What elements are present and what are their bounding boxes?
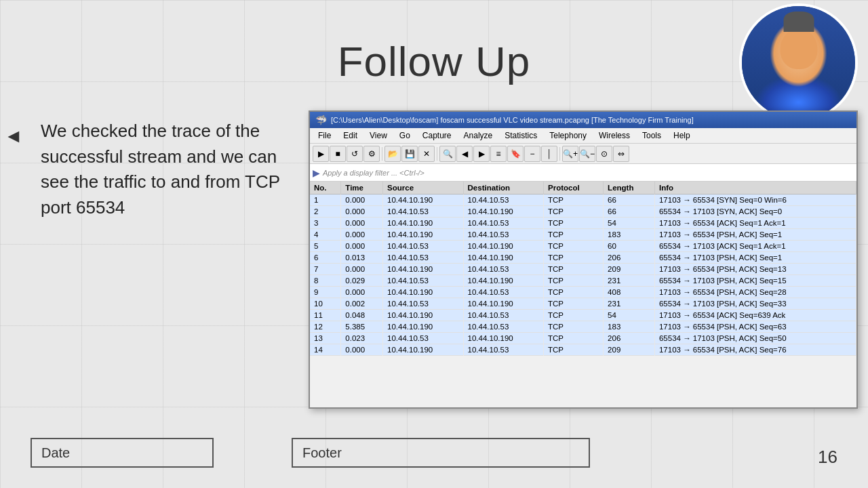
- tb-start[interactable]: ▶: [313, 146, 329, 162]
- cell-info: 17103 → 65534 [ACK] Seq=1 Ack=1: [654, 218, 856, 229]
- tb-next[interactable]: ▶: [473, 146, 490, 162]
- menu-statistics[interactable]: Statistics: [499, 129, 542, 142]
- cell-dst: 10.44.10.53: [463, 218, 543, 229]
- tb-sep1: [382, 147, 382, 161]
- cell-info: 17103 → 65534 [PSH, ACK] Seq=1: [654, 229, 856, 241]
- table-row[interactable]: 11 0.048 10.44.10.190 10.44.10.53 TCP 54…: [310, 310, 856, 321]
- table-row[interactable]: 6 0.013 10.44.10.53 10.44.10.190 TCP 206…: [310, 252, 856, 264]
- tb-unmark[interactable]: −: [524, 146, 540, 162]
- cell-proto: TCP: [543, 310, 603, 321]
- cell-proto: TCP: [543, 206, 603, 218]
- cell-proto: TCP: [543, 344, 603, 356]
- tb-resize[interactable]: ⇔: [613, 146, 629, 162]
- menu-wireless[interactable]: Wireless: [593, 129, 635, 142]
- cell-no: 7: [310, 264, 341, 275]
- cell-src: 10.44.10.190: [383, 218, 463, 229]
- table-row[interactable]: 1 0.000 10.44.10.190 10.44.10.53 TCP 66 …: [310, 195, 856, 206]
- footer-footer-label: Footer: [302, 445, 342, 461]
- tb-search[interactable]: 🔍: [439, 146, 456, 162]
- table-row[interactable]: 10 0.002 10.44.10.53 10.44.10.190 TCP 23…: [310, 298, 856, 310]
- col-destination: Destination: [463, 182, 543, 195]
- cell-len: 54: [604, 218, 655, 229]
- tb-save[interactable]: 💾: [401, 146, 418, 162]
- menu-file[interactable]: File: [313, 129, 336, 142]
- cell-proto: TCP: [543, 229, 603, 241]
- cell-no: 4: [310, 229, 341, 241]
- cell-proto: TCP: [543, 218, 603, 229]
- cell-dst: 10.44.10.190: [463, 252, 543, 264]
- tb-capture-opts[interactable]: ⚙: [363, 146, 380, 162]
- cell-dst: 10.44.10.53: [463, 229, 543, 241]
- col-info: Info: [654, 182, 856, 195]
- cell-time: 0.048: [341, 310, 383, 321]
- slide-title: Follow Up: [0, 37, 868, 85]
- packet-list: No. Time Source Destination Protocol Len…: [310, 182, 856, 407]
- tb-col[interactable]: │: [541, 146, 557, 162]
- table-row[interactable]: 2 0.000 10.44.10.53 10.44.10.190 TCP 66 …: [310, 206, 856, 218]
- tb-open[interactable]: 📂: [384, 146, 401, 162]
- menu-view[interactable]: View: [364, 129, 393, 142]
- cell-time: 0.000: [341, 206, 383, 218]
- cell-dst: 10.44.10.53: [463, 195, 543, 206]
- cell-src: 10.44.10.53: [383, 275, 463, 287]
- wireshark-filterbar: ▶ Apply a display filter ... <Ctrl-/>: [310, 164, 856, 182]
- tb-zoom-reset[interactable]: ⊙: [596, 146, 612, 162]
- cell-src: 10.44.10.190: [383, 195, 463, 206]
- table-row[interactable]: 4 0.000 10.44.10.190 10.44.10.53 TCP 183…: [310, 229, 856, 241]
- cell-no: 14: [310, 344, 341, 356]
- tb-zoom-in[interactable]: 🔍+: [562, 146, 578, 162]
- cell-info: 65534 → 17103 [PSH, ACK] Seq=33: [654, 298, 856, 310]
- cell-proto: TCP: [543, 321, 603, 333]
- table-row[interactable]: 14 0.000 10.44.10.190 10.44.10.53 TCP 20…: [310, 344, 856, 356]
- cell-len: 231: [604, 275, 655, 287]
- cell-time: 0.002: [341, 298, 383, 310]
- cell-no: 3: [310, 218, 341, 229]
- menu-tools[interactable]: Tools: [637, 129, 667, 142]
- cell-len: 209: [604, 344, 655, 356]
- table-row[interactable]: 5 0.000 10.44.10.53 10.44.10.190 TCP 60 …: [310, 241, 856, 252]
- table-row[interactable]: 7 0.000 10.44.10.190 10.44.10.53 TCP 209…: [310, 264, 856, 275]
- cell-no: 6: [310, 252, 341, 264]
- menu-go[interactable]: Go: [394, 129, 416, 142]
- cursor-arrow: ◄: [4, 125, 23, 147]
- cell-time: 0.029: [341, 275, 383, 287]
- cell-dst: 10.44.10.53: [463, 310, 543, 321]
- col-source: Source: [383, 182, 463, 195]
- cell-src: 10.44.10.53: [383, 333, 463, 344]
- cell-time: 0.000: [341, 195, 383, 206]
- table-row[interactable]: 13 0.023 10.44.10.53 10.44.10.190 TCP 20…: [310, 333, 856, 344]
- filter-input[interactable]: Apply a display filter ... <Ctrl-/>: [323, 169, 854, 177]
- col-length: Length: [604, 182, 655, 195]
- tb-stop[interactable]: ■: [330, 146, 346, 162]
- cell-len: 183: [604, 321, 655, 333]
- menu-telephony[interactable]: Telephony: [544, 129, 592, 142]
- table-row[interactable]: 9 0.000 10.44.10.190 10.44.10.53 TCP 408…: [310, 287, 856, 298]
- cell-len: 66: [604, 195, 655, 206]
- col-no: No.: [310, 182, 341, 195]
- tb-list[interactable]: ≡: [490, 146, 507, 162]
- table-header-row: No. Time Source Destination Protocol Len…: [310, 182, 856, 195]
- tb-prev[interactable]: ◀: [456, 146, 473, 162]
- cell-time: 0.000: [341, 287, 383, 298]
- cell-no: 2: [310, 206, 341, 218]
- menu-capture[interactable]: Capture: [417, 129, 457, 142]
- packet-table: No. Time Source Destination Protocol Len…: [310, 182, 856, 356]
- table-row[interactable]: 3 0.000 10.44.10.190 10.44.10.53 TCP 54 …: [310, 218, 856, 229]
- table-row[interactable]: 12 5.385 10.44.10.190 10.44.10.53 TCP 18…: [310, 321, 856, 333]
- menu-edit[interactable]: Edit: [338, 129, 363, 142]
- tb-close[interactable]: ✕: [418, 146, 435, 162]
- cell-no: 10: [310, 298, 341, 310]
- cell-len: 408: [604, 287, 655, 298]
- menu-help[interactable]: Help: [668, 129, 696, 142]
- tb-mark[interactable]: 🔖: [507, 146, 524, 162]
- table-row[interactable]: 8 0.029 10.44.10.53 10.44.10.190 TCP 231…: [310, 275, 856, 287]
- cell-info: 17103 → 65534 [PSH, ACK] Seq=28: [654, 287, 856, 298]
- cell-proto: TCP: [543, 195, 603, 206]
- cell-dst: 10.44.10.53: [463, 287, 543, 298]
- cell-proto: TCP: [543, 264, 603, 275]
- menu-analyze[interactable]: Analyze: [458, 129, 498, 142]
- wireshark-window: 🦈 [C:\Users\Alien\Desktop\foscam] foscam…: [309, 110, 858, 409]
- cell-info: 17103 → 65534 [SYN] Seq=0 Win=6: [654, 195, 856, 206]
- tb-restart[interactable]: ↺: [347, 146, 363, 162]
- tb-zoom-out[interactable]: 🔍−: [579, 146, 595, 162]
